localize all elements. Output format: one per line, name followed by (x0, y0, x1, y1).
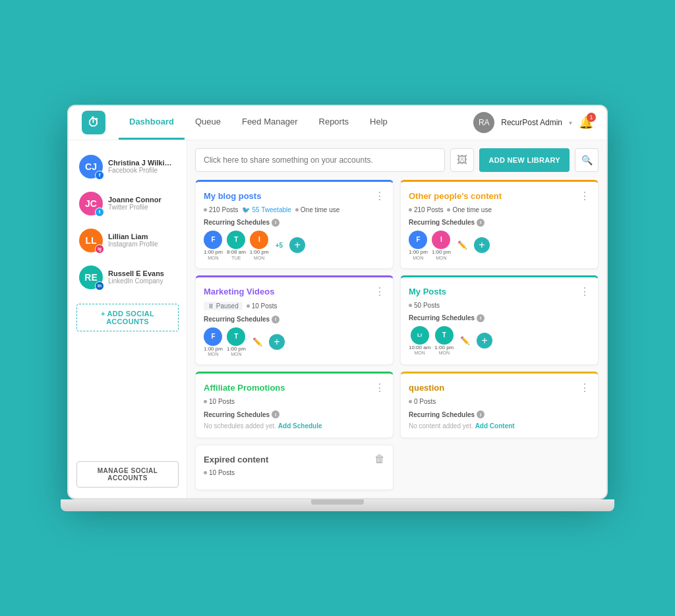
library-card-my-posts: My Posts ⋮ 50 Posts Recurring Schedules (400, 275, 599, 366)
add-schedule-button-2[interactable]: + (474, 237, 490, 253)
sidebar-account-2[interactable]: JC t Joanne Connor Twitter Profile (76, 188, 179, 219)
library-card-title-6: question (409, 383, 444, 393)
sidebar-account-1[interactable]: CJ f Christina J Wilkinson Facebook Prof… (76, 151, 179, 182)
account-avatar-3: LL ig (79, 229, 103, 252)
sched-item-2-1: F 1:00 pm MON (409, 231, 428, 260)
laptop-screen: ⏱ Dashboard Queue Feed Manager Reports H… (67, 105, 608, 500)
laptop-wrapper: ⏱ Dashboard Queue Feed Manager Reports H… (54, 105, 621, 512)
library-card-header-3: Marketing Videos ⋮ (204, 285, 385, 298)
library-card-title-3: Marketing Videos (204, 287, 274, 296)
edit-schedule-icon-2[interactable]: ✏️ (457, 240, 467, 250)
nav-right: RA RecurPost Admin ▾ 🔔 1 (473, 112, 593, 133)
recurring-label-2: Recurring Schedules i (409, 219, 590, 227)
meta-posts-6: 0 Posts (409, 398, 436, 405)
edit-schedule-icon-3[interactable]: ✏️ (252, 337, 262, 347)
add-schedule-button-4[interactable]: + (477, 333, 492, 349)
laptop-base (61, 499, 614, 511)
sidebar-account-3[interactable]: LL ig Lillian Liam Instagram Profile (76, 225, 179, 256)
nav-link-reports[interactable]: Reports (308, 105, 360, 140)
meta-posts-1: 210 Posts (204, 206, 238, 213)
sidebar-account-4[interactable]: RE in Russell E Evans LinkedIn Company (76, 262, 179, 293)
delete-expired-icon[interactable]: 🗑 (374, 453, 385, 465)
sched-item-2-2: I 1:00 pm MON (432, 231, 451, 260)
account-type-1: Facebook Profile (108, 167, 176, 174)
logo-icon[interactable]: ⏱ (82, 111, 105, 134)
library-card-title-5: Affiliate Promotions (204, 383, 285, 393)
sched-item-1-3: I 1:00 pm MON (250, 231, 269, 260)
notification-bell[interactable]: 🔔 1 (579, 115, 593, 130)
recurring-label-6: Recurring Schedules i (409, 410, 590, 418)
more-schedules-1: +5 (276, 242, 283, 249)
schedule-row-2: F 1:00 pm MON I 1:00 pm MON ✏️ (409, 231, 590, 260)
account-name-3: Lillian Liam (108, 233, 176, 240)
edit-schedule-icon-4[interactable]: ✏️ (460, 336, 470, 345)
recurring-info-icon-2: i (477, 219, 484, 227)
more-options-icon-2[interactable]: ⋮ (579, 190, 590, 202)
sched-avatar-4-2: T (435, 326, 454, 345)
nav-link-dashboard[interactable]: Dashboard (119, 105, 185, 140)
account-avatar-2: JC t (79, 192, 103, 215)
account-avatar-4: RE in (79, 266, 103, 289)
library-card-question: question ⋮ 0 Posts Recurring Schedules (400, 372, 599, 438)
user-dropdown-arrow[interactable]: ▾ (569, 119, 572, 126)
library-card-header-2: Other people's content ⋮ (409, 190, 590, 202)
add-content-link-6[interactable]: Add Content (475, 422, 515, 430)
sched-time-1-3: 1:00 pm (250, 250, 269, 256)
paused-badge-3: ⏸ Paused (204, 302, 243, 310)
nav-link-feed-manager[interactable]: Feed Manager (231, 105, 308, 140)
account-badge-ig: ig (95, 244, 104, 254)
more-options-icon-3[interactable]: ⋮ (374, 285, 385, 298)
sched-day-2-2: MON (436, 256, 446, 260)
meta-posts-4: 50 Posts (409, 302, 440, 309)
nav-link-queue[interactable]: Queue (185, 105, 231, 140)
meta-use-1: One time use (295, 206, 339, 213)
library-card-other-peoples: Other people's content ⋮ 210 Posts One t… (400, 180, 599, 269)
expired-card-title: Expired content (204, 455, 268, 464)
content-topbar: 🖼 ADD NEW LIBRARY 🔍 (195, 148, 599, 172)
recurring-section-4: Recurring Schedules i Li 10:00 am MON (409, 314, 590, 356)
more-options-icon-1[interactable]: ⋮ (374, 190, 385, 202)
laptop-notch (311, 499, 364, 505)
sched-avatar-4-1: Li (411, 326, 429, 345)
sched-item-1-2: T 8:08 am TUE (227, 231, 246, 260)
more-options-icon-4[interactable]: ⋮ (579, 285, 590, 298)
add-schedule-link-5[interactable]: Add Schedule (278, 422, 322, 430)
more-options-icon-6[interactable]: ⋮ (579, 381, 590, 394)
sched-avatar-1-1: F (204, 231, 222, 249)
account-info-3: Lillian Liam Instagram Profile (108, 233, 176, 248)
recurring-label-1: Recurring Schedules i (204, 219, 385, 227)
add-schedule-button-1[interactable]: + (289, 237, 305, 253)
sched-day-1-2: TUE (231, 256, 241, 260)
recurring-info-icon-3: i (272, 316, 279, 323)
add-social-accounts-button[interactable]: + ADD SOCIAL ACCOUNTS (76, 304, 179, 331)
sched-item-1-1: F 1:00 pm MON (204, 231, 223, 260)
share-input[interactable] (195, 148, 445, 172)
meta-use-2: One time use (447, 206, 491, 213)
more-options-icon-5[interactable]: ⋮ (374, 381, 385, 394)
sched-time-2-2: 1:00 pm (432, 250, 451, 256)
search-button[interactable]: 🔍 (575, 148, 599, 172)
meta-tweetable-1: 🐦 55 Tweetable (242, 206, 291, 213)
manage-social-accounts-button[interactable]: MANAGE SOCIAL ACCOUNTS (76, 461, 179, 488)
recurring-section-6: Recurring Schedules i No content added y… (409, 410, 590, 430)
library-card-header-6: question ⋮ (409, 381, 590, 394)
library-card-header-4: My Posts ⋮ (409, 285, 590, 298)
nav-link-help[interactable]: Help (359, 105, 398, 140)
recurring-section-1: Recurring Schedules i F 1:00 pm MON (204, 219, 385, 260)
library-card-title-1: My blog posts (204, 191, 261, 201)
expired-meta: 10 Posts (204, 469, 385, 476)
meta-posts-2: 210 Posts (409, 206, 443, 213)
account-badge-fb: f (95, 171, 104, 180)
sched-time-1-2: 8:08 am (227, 250, 246, 256)
sched-time-3-2: 1:00 pm (227, 347, 246, 352)
sched-avatar-2-1: F (409, 231, 427, 249)
image-upload-button[interactable]: 🖼 (450, 148, 474, 172)
add-schedule-button-3[interactable]: + (269, 334, 285, 350)
content-area: 🖼 ADD NEW LIBRARY 🔍 My blog posts ⋮ (187, 140, 606, 499)
sched-avatar-3-1: F (204, 327, 222, 346)
sched-day-4-2: MON (439, 350, 450, 355)
account-name-1: Christina J Wilkinson (108, 159, 176, 167)
account-badge-tw: t (95, 208, 104, 217)
add-new-library-button[interactable]: ADD NEW LIBRARY (479, 148, 570, 172)
navbar: ⏱ Dashboard Queue Feed Manager Reports H… (69, 106, 606, 140)
